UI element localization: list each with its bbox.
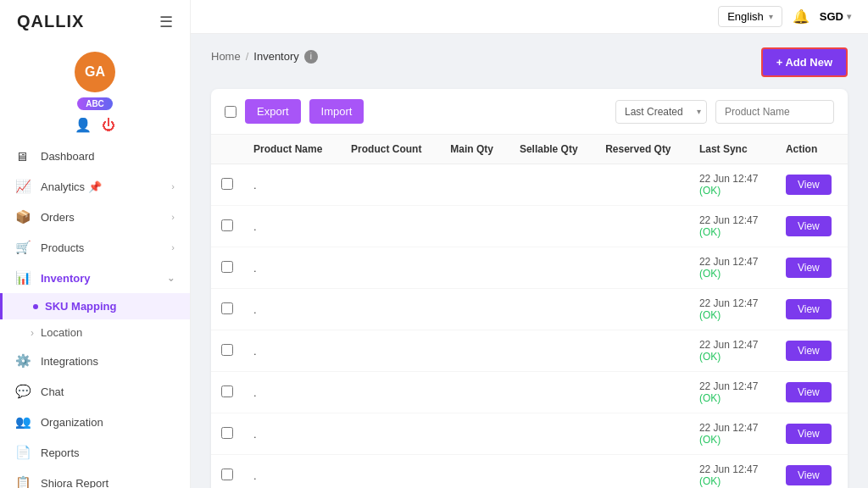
- orders-icon: 📦: [15, 209, 32, 225]
- export-button[interactable]: Export: [245, 99, 301, 124]
- language-selector[interactable]: English ▾: [718, 6, 782, 27]
- view-button[interactable]: View: [786, 465, 832, 485]
- row-checkbox[interactable]: [221, 469, 233, 480]
- row-action: View: [776, 164, 848, 206]
- col-product-count: Product Count: [341, 135, 440, 164]
- view-button[interactable]: View: [786, 382, 832, 402]
- row-product-count: [341, 330, 440, 372]
- topbar: English ▾ 🔔 SGD ▾: [191, 0, 868, 34]
- sidebar-item-organization[interactable]: 👥 Organization: [0, 407, 190, 437]
- row-checkbox[interactable]: [221, 219, 233, 231]
- main-content: English ▾ 🔔 SGD ▾ Home / Inventory i + A…: [191, 0, 868, 488]
- row-checkbox-cell: [211, 247, 243, 289]
- col-sellable-qty: Sellable Qty: [509, 135, 595, 164]
- search-input[interactable]: [715, 100, 834, 124]
- sidebar-item-label: Organization: [41, 416, 103, 429]
- row-main-qty: [440, 330, 509, 372]
- chevron-right-icon: ›: [171, 181, 175, 191]
- col-action: Action: [776, 135, 848, 164]
- col-last-sync: Last Sync: [689, 135, 776, 164]
- analytics-icon: 📈: [15, 179, 32, 194]
- sidebar-item-sku-mapping[interactable]: SKU Mapping: [0, 293, 190, 319]
- row-last-sync: 22 Jun 12:47 (OK): [689, 247, 776, 289]
- sidebar-item-location[interactable]: › Location: [0, 319, 190, 346]
- view-button[interactable]: View: [786, 424, 832, 444]
- add-new-button[interactable]: + Add New: [761, 47, 848, 77]
- page-content: Home / Inventory i + Add New Export Impo…: [191, 34, 868, 488]
- chevron-right-icon: ›: [171, 212, 175, 222]
- table-row: . 22 Jun 12:47 (OK) View: [211, 164, 848, 206]
- row-product-name: .: [243, 372, 341, 413]
- row-reserved-qty: [595, 455, 689, 489]
- sidebar-item-shiora-report[interactable]: 📋 Shiora Report: [0, 468, 190, 488]
- col-main-qty: Main Qty: [440, 135, 509, 164]
- sidebar-item-analytics[interactable]: 📈 Analytics 📌 ›: [0, 171, 190, 202]
- sidebar-item-products[interactable]: 🛒 Products ›: [0, 232, 190, 263]
- row-checkbox[interactable]: [221, 178, 233, 190]
- row-action: View: [776, 455, 848, 489]
- view-button[interactable]: View: [786, 216, 832, 236]
- integrations-icon: ⚙️: [15, 353, 32, 369]
- row-product-name: .: [243, 330, 341, 372]
- col-product-name: Product Name: [243, 135, 341, 164]
- row-checkbox[interactable]: [221, 302, 233, 314]
- row-reserved-qty: [595, 289, 689, 330]
- row-reserved-qty: [595, 413, 689, 455]
- row-checkbox[interactable]: [221, 344, 233, 356]
- table-row: . 22 Jun 12:47 (OK) View: [211, 413, 848, 455]
- user-section: GA ABC 👤 ⏻: [0, 43, 190, 138]
- select-all-checkbox[interactable]: [225, 106, 236, 118]
- sidebar-item-reports[interactable]: 📄 Reports: [0, 437, 190, 468]
- view-button[interactable]: View: [786, 258, 832, 278]
- view-button[interactable]: View: [786, 299, 832, 319]
- sidebar-item-integrations[interactable]: ⚙️ Integrations: [0, 346, 190, 376]
- user-profile-icon[interactable]: 👤: [75, 117, 92, 133]
- currency-selector[interactable]: SGD ▾: [820, 10, 851, 23]
- row-reserved-qty: [595, 164, 689, 206]
- row-checkbox[interactable]: [221, 385, 233, 397]
- breadcrumb: Home / Inventory i: [211, 50, 318, 64]
- chevron-down-icon: ▾: [847, 12, 851, 21]
- row-checkbox[interactable]: [221, 261, 233, 273]
- row-main-qty: [440, 455, 509, 489]
- view-button[interactable]: View: [786, 341, 832, 361]
- chat-icon: 💬: [15, 384, 32, 399]
- logout-icon[interactable]: ⏻: [102, 118, 115, 133]
- import-button[interactable]: Import: [309, 99, 364, 124]
- table-row: . 22 Jun 12:47 (OK) View: [211, 247, 848, 289]
- hamburger-icon[interactable]: ☰: [159, 13, 173, 31]
- view-button[interactable]: View: [786, 175, 832, 195]
- sidebar-item-chat[interactable]: 💬 Chat: [0, 376, 190, 407]
- notification-bell-icon[interactable]: 🔔: [793, 8, 810, 25]
- sidebar-item-label: Chat: [41, 385, 64, 398]
- row-product-name: .: [243, 289, 341, 330]
- row-checkbox-cell: [211, 413, 243, 455]
- col-checkbox: [211, 135, 243, 164]
- sidebar-logo: QALLIX ☰: [0, 0, 190, 43]
- row-sellable-qty: [509, 164, 595, 206]
- sidebar-item-inventory[interactable]: 📊 Inventory ⌄: [0, 263, 190, 293]
- row-reserved-qty: [595, 372, 689, 413]
- row-checkbox-cell: [211, 455, 243, 489]
- row-main-qty: [440, 164, 509, 206]
- sidebar-item-label: Dashboard: [41, 150, 95, 163]
- row-sellable-qty: [509, 372, 595, 413]
- breadcrumb-home[interactable]: Home: [211, 50, 241, 63]
- sidebar-item-orders[interactable]: 📦 Orders ›: [0, 202, 190, 232]
- sidebar: QALLIX ☰ GA ABC 👤 ⏻ 🖥 Dashboard 📈 Analyt…: [0, 0, 191, 488]
- sidebar-item-dashboard[interactable]: 🖥 Dashboard: [0, 141, 190, 171]
- row-product-count: [341, 289, 440, 330]
- row-action: View: [776, 206, 848, 247]
- table-row: . 22 Jun 12:47 (OK) View: [211, 289, 848, 330]
- row-reserved-qty: [595, 206, 689, 247]
- row-action: View: [776, 247, 848, 289]
- sidebar-item-label: Orders: [41, 211, 75, 224]
- currency-label: SGD: [820, 10, 843, 23]
- row-checkbox[interactable]: [221, 427, 233, 439]
- sort-select[interactable]: Last Created Last Updated Name A-Z: [615, 100, 707, 124]
- table-card: Export Import Last Created Last Updated …: [211, 89, 848, 488]
- avatar-actions: 👤 ⏻: [75, 117, 115, 133]
- row-main-qty: [440, 413, 509, 455]
- sidebar-item-label: Shiora Report: [41, 477, 108, 489]
- row-action: View: [776, 413, 848, 455]
